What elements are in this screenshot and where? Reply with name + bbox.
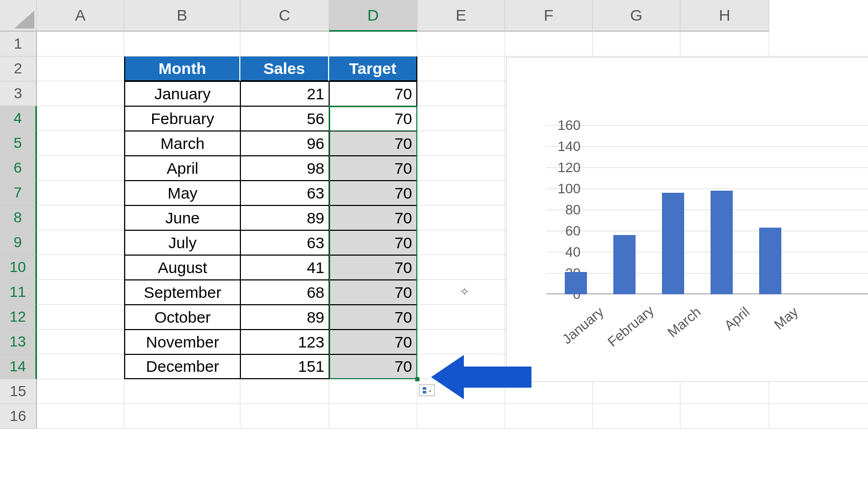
cell-C11[interactable]: 68	[240, 280, 329, 305]
cell-B14[interactable]: December	[124, 354, 240, 379]
select-all-corner[interactable]	[0, 0, 37, 32]
cell-C12[interactable]: 89	[240, 305, 329, 330]
cell-E1[interactable]	[417, 32, 505, 57]
cell-E13[interactable]	[417, 330, 505, 354]
cell-C8[interactable]: 89	[240, 205, 329, 230]
cell-E12[interactable]	[417, 305, 505, 330]
cell-D1[interactable]	[329, 32, 417, 57]
row-header-12[interactable]: 12	[0, 305, 37, 330]
col-header-G[interactable]: G	[593, 0, 680, 32]
cell-E16[interactable]	[417, 404, 505, 429]
cell-A5[interactable]	[37, 131, 124, 156]
row-header-2[interactable]: 2	[0, 57, 37, 81]
cell-H15[interactable]	[680, 379, 769, 404]
cell-E3[interactable]	[417, 81, 505, 106]
row-header-6[interactable]: 6	[0, 156, 37, 181]
cell-A2[interactable]	[37, 57, 124, 81]
cell-D12[interactable]: 70	[329, 305, 417, 330]
cell-B16[interactable]	[124, 404, 240, 429]
cell-C10[interactable]: 41	[240, 255, 329, 280]
cell-B15[interactable]	[124, 379, 240, 404]
cell-A8[interactable]	[37, 205, 124, 230]
cell-C15[interactable]	[240, 379, 329, 404]
cell-D5[interactable]: 70	[329, 131, 417, 156]
cell-E6[interactable]	[417, 156, 505, 181]
cell-A6[interactable]	[37, 156, 124, 181]
embedded-chart[interactable]: 020406080100120140160JanuaryFebruaryMarc…	[506, 57, 868, 382]
col-header-A[interactable]: A	[37, 0, 124, 32]
cell-D14[interactable]: 70	[329, 354, 417, 379]
cell-A3[interactable]	[37, 81, 124, 106]
cell-B6[interactable]: April	[124, 156, 240, 181]
cell-D11[interactable]: 70	[329, 280, 417, 305]
cell-H16[interactable]	[680, 404, 769, 429]
row-header-13[interactable]: 13	[0, 330, 37, 354]
cell-A7[interactable]	[37, 181, 124, 205]
row-header-1[interactable]: 1	[0, 32, 37, 57]
row-header-9[interactable]: 9	[0, 230, 37, 255]
col-header-H[interactable]: H	[680, 0, 769, 32]
cell-C2-header-sales[interactable]: Sales	[240, 57, 329, 81]
cell-B4[interactable]: February	[124, 106, 240, 131]
cell-E4[interactable]	[417, 106, 505, 131]
cell-B11[interactable]: September	[124, 280, 240, 305]
cell-C6[interactable]: 98	[240, 156, 329, 181]
cell-H1[interactable]	[680, 32, 769, 57]
cell-E10[interactable]	[417, 255, 505, 280]
cell-C7[interactable]: 63	[240, 181, 329, 205]
cell-A1[interactable]	[37, 32, 124, 57]
cell-G1[interactable]	[593, 32, 680, 57]
cell-B3[interactable]: January	[124, 81, 240, 106]
cell-B2-header-month[interactable]: Month	[124, 57, 240, 81]
cell-A12[interactable]	[37, 305, 124, 330]
cell-D4-active[interactable]: 70	[329, 106, 417, 131]
fill-handle[interactable]	[415, 377, 419, 381]
cell-B12[interactable]: October	[124, 305, 240, 330]
cell-D15[interactable]	[329, 379, 417, 404]
row-header-4[interactable]: 4	[0, 106, 37, 131]
cell-A16[interactable]	[37, 404, 124, 429]
col-header-D[interactable]: D	[329, 0, 417, 32]
cell-C13[interactable]: 123	[240, 330, 329, 354]
col-header-E[interactable]: E	[417, 0, 505, 32]
chart-bar[interactable]	[759, 228, 781, 294]
chart-bar[interactable]	[565, 272, 587, 294]
cell-B9[interactable]: July	[124, 230, 240, 255]
row-header-8[interactable]: 8	[0, 205, 37, 230]
cell-G15[interactable]	[593, 379, 680, 404]
cell-D3[interactable]: 70	[329, 81, 417, 106]
cell-E8[interactable]	[417, 205, 505, 230]
col-header-F[interactable]: F	[505, 0, 593, 32]
cell-C16[interactable]	[240, 404, 329, 429]
row-header-11[interactable]: 11	[0, 280, 37, 305]
cell-D10[interactable]: 70	[329, 255, 417, 280]
cell-E9[interactable]	[417, 230, 505, 255]
cell-B5[interactable]: March	[124, 131, 240, 156]
cell-C1[interactable]	[240, 32, 329, 57]
col-header-B[interactable]: B	[124, 0, 240, 32]
cell-E2[interactable]	[417, 57, 505, 81]
row-header-7[interactable]: 7	[0, 181, 37, 205]
col-header-C[interactable]: C	[240, 0, 329, 32]
cell-C5[interactable]: 96	[240, 131, 329, 156]
cell-D9[interactable]: 70	[329, 230, 417, 255]
cell-A14[interactable]	[37, 354, 124, 379]
cell-D7[interactable]: 70	[329, 181, 417, 205]
cell-D16[interactable]	[329, 404, 417, 429]
cell-E7[interactable]	[417, 181, 505, 205]
cell-B13[interactable]: November	[124, 330, 240, 354]
cell-B1[interactable]	[124, 32, 240, 57]
cell-F16[interactable]	[505, 404, 593, 429]
cell-A9[interactable]	[37, 230, 124, 255]
cell-A11[interactable]	[37, 280, 124, 305]
row-header-5[interactable]: 5	[0, 131, 37, 156]
cell-E5[interactable]	[417, 131, 505, 156]
cell-C14[interactable]: 151	[240, 354, 329, 379]
cell-D6[interactable]: 70	[329, 156, 417, 181]
cell-A15[interactable]	[37, 379, 124, 404]
chart-bar[interactable]	[613, 235, 636, 294]
cell-A13[interactable]	[37, 330, 124, 354]
row-header-3[interactable]: 3	[0, 81, 37, 106]
cell-D2-header-target[interactable]: Target	[329, 57, 417, 81]
cell-C9[interactable]: 63	[240, 230, 329, 255]
